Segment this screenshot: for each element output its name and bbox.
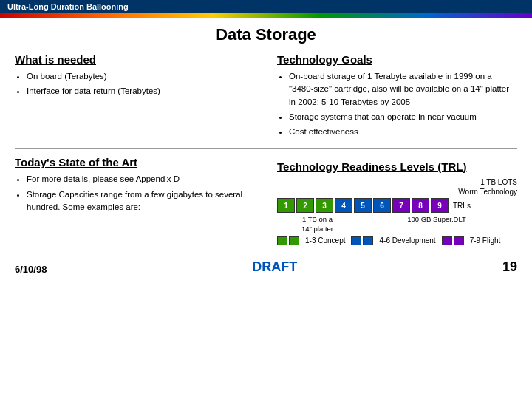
trl-box-9: 9 — [431, 198, 449, 213]
list-item: Cost effectiveness — [289, 126, 517, 138]
todays-state-section: Today's State of the Art For more detail… — [15, 156, 259, 245]
technology-goals-content: On-board storage of 1 Terabyte available… — [277, 70, 517, 138]
list-item: On-board storage of 1 Terabyte available… — [289, 70, 517, 109]
legend-concept-label: 1-3 Concept — [305, 236, 345, 245]
trl-ann-100gb: 100 GB Super.DLT — [356, 215, 517, 233]
legend-box-green-2 — [289, 236, 299, 245]
trl-ann-1tb: 1 TB on a14" platter — [279, 215, 356, 233]
trl-box-1: 1 — [277, 198, 295, 213]
trl-box-2: 2 — [296, 198, 314, 213]
list-item: Storage systems that can operate in near… — [289, 111, 517, 123]
trl-box-4: 4 — [335, 198, 352, 213]
legend-box-green-1 — [277, 236, 287, 245]
trl-label-top: 1 TB LOTS Worm Technology — [277, 177, 517, 197]
trl-legend-row: 1-3 Concept 4-6 Development 7-9 Flight — [277, 236, 517, 245]
footer: 6/10/98 DRAFT 19 — [15, 256, 517, 275]
legend-concept-boxes — [277, 236, 299, 245]
list-item: Storage Capacities range from a few giga… — [27, 188, 255, 214]
what-is-needed-title: What is needed — [15, 53, 255, 66]
trl-box-5: 5 — [354, 198, 372, 213]
legend-flight-label: 7-9 Flight — [470, 236, 501, 245]
technology-goals-title: Technology Goals — [277, 53, 517, 66]
list-item: Interface for data return (Terabytes) — [27, 85, 255, 98]
legend-box-purple-1 — [442, 236, 452, 245]
trl-box-7: 7 — [392, 198, 410, 213]
list-item: On board (Terabytes) — [27, 70, 255, 83]
trl-annotations: 1 TB on a14" platter 100 GB Super.DLT — [277, 215, 517, 233]
header-title: Ultra-Long Duration Ballooning — [7, 2, 129, 11]
page-title: Data Storage — [15, 25, 517, 44]
what-is-needed-section: What is needed On board (Terabytes) Inte… — [15, 53, 259, 140]
technology-goals-section: Technology Goals On-board storage of 1 T… — [273, 53, 517, 140]
trl-title: Technology Readiness Levels (TRL) — [277, 160, 517, 173]
todays-state-title: Today's State of the Art — [15, 156, 255, 168]
footer-draft: DRAFT — [252, 259, 297, 275]
footer-date: 6/10/98 — [15, 264, 47, 275]
header-bar: Ultra-Long Duration Ballooning — [0, 0, 532, 13]
trl-box-3: 3 — [316, 198, 333, 213]
legend-box-blue-2 — [363, 236, 373, 245]
trl-boxes-row: 1 2 3 4 5 6 7 8 9 TRLs — [277, 198, 517, 213]
divider — [15, 148, 517, 149]
legend-box-purple-2 — [454, 236, 464, 245]
footer-page-number: 19 — [502, 259, 517, 275]
legend-development-label: 4-6 Development — [379, 236, 435, 245]
trl-label-right: TRLs — [453, 202, 471, 210]
legend-box-blue-1 — [351, 236, 361, 245]
todays-state-content: For more details, please see Appendix D … — [15, 173, 255, 214]
legend-flight-boxes — [442, 236, 464, 245]
list-item: For more details, please see Appendix D — [27, 173, 255, 185]
legend-dev-boxes — [351, 236, 373, 245]
what-is-needed-content: On board (Terabytes) Interface for data … — [15, 70, 255, 98]
trl-section: Technology Readiness Levels (TRL) 1 TB L… — [273, 160, 517, 245]
trl-box-8: 8 — [412, 198, 429, 213]
trl-box-6: 6 — [373, 198, 391, 213]
